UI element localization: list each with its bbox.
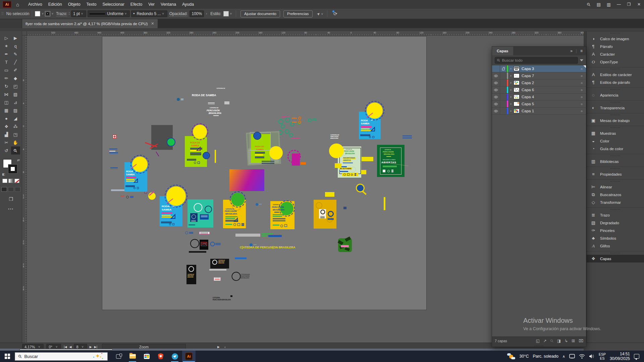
collapse-panel-icon[interactable]: » [570, 49, 573, 53]
stroke-weight-field[interactable]: 1 pt˅ [71, 10, 86, 17]
dock-item-swatches[interactable]: ▦Muestras [587, 129, 644, 137]
preferences-button[interactable]: Preferencias [283, 10, 313, 17]
tool-mesh-tool[interactable]: ▦ [2, 106, 11, 114]
first-artboard-icon[interactable]: |◀ [64, 345, 67, 349]
dock-item-character-styles[interactable]: AEstilos de carácter [587, 71, 644, 78]
layer-row-capa-1[interactable]: ›Capa 1○ [492, 108, 586, 115]
export-icon[interactable]: ↗ [543, 339, 547, 343]
start-button[interactable] [0, 351, 15, 362]
lock-toggle[interactable] [500, 65, 507, 72]
dock-item-gradient[interactable]: ▧Degradado [587, 219, 644, 227]
next-artboard-icon[interactable]: ▶ [90, 345, 92, 349]
visibility-toggle[interactable] [492, 79, 500, 86]
visibility-toggle[interactable] [492, 72, 500, 79]
app-logo[interactable]: Ai [3, 1, 11, 8]
tool-scale-tool[interactable]: ◰ [11, 82, 20, 90]
arrange-documents-icon[interactable]: ▤ [594, 2, 604, 7]
tool-pen-tool[interactable]: ✒ [2, 50, 11, 58]
expand-chevron-icon[interactable]: › [508, 95, 514, 99]
horizontal-scrollbar-thumb[interactable] [19, 349, 113, 350]
target-circle-icon[interactable]: ○ [577, 102, 586, 106]
dock-item-color-guide[interactable]: ◔Guía de color [587, 145, 644, 153]
dock-item-appearance[interactable]: ◌Apariencia [587, 91, 644, 99]
clipping-mask-icon[interactable]: ◨ [557, 339, 561, 343]
expand-chevron-icon[interactable]: › [508, 67, 514, 70]
delete-layer-icon[interactable]: ⌧ [579, 339, 583, 343]
panel-resize-grip[interactable]: ▪▪▪▪▪▪▪ [492, 345, 586, 347]
fit-document-button[interactable]: Ajustar documento [240, 10, 280, 17]
dock-group-grip[interactable]: ▪▪▪▪▪▪▪▪ [587, 208, 644, 211]
status-collapse-icon[interactable]: ‹ [224, 345, 226, 349]
dock-item-align[interactable]: ⊨Alinear [587, 183, 644, 191]
minimize-button[interactable]: — [614, 0, 624, 9]
target-circle-icon[interactable]: ○ [577, 95, 586, 99]
new-layer-icon[interactable]: ⊞ [572, 339, 575, 343]
taskbar-app-illustrator[interactable]: Ai [182, 351, 196, 362]
expand-chevron-icon[interactable]: › [508, 81, 514, 84]
menu-archivo[interactable]: Archivo [25, 0, 45, 9]
layer-name[interactable]: Capa 5 [522, 102, 577, 106]
layer-thumbnail[interactable] [514, 80, 520, 85]
tool-shape-builder-tool[interactable]: ◫ [2, 98, 11, 106]
layer-row-capa-4[interactable]: ›Capa 4○ [492, 94, 586, 101]
layer-name[interactable]: Capa 2 [522, 81, 577, 85]
dock-item-image-trace[interactable]: ◑Calco de imagen [587, 35, 644, 43]
layer-thumbnail[interactable] [514, 73, 520, 78]
stroke-label[interactable]: Trazo: [56, 11, 67, 16]
tablet-mode-icon[interactable] [569, 354, 575, 359]
layer-name[interactable]: Capa 6 [522, 88, 577, 92]
tool-rotate-tool[interactable]: ↻ [2, 82, 11, 90]
filter-icon[interactable] [580, 59, 583, 61]
layer-thumbnail[interactable] [514, 109, 520, 113]
dock-group-grip[interactable]: ▪▪▪▪▪▪▪▪ [587, 32, 644, 35]
layer-row-capa-7[interactable]: ›Capa 7○ [492, 72, 586, 79]
tool-gradient-tool[interactable]: ▨ [11, 106, 20, 114]
tool-zoom-tool[interactable]: ⚲ [11, 146, 20, 155]
tab-close-icon[interactable]: ✕ [151, 21, 154, 26]
tool-pencil-tool[interactable]: ✏ [2, 74, 11, 82]
dock-group-grip[interactable]: ▪▪▪▪▪▪▪▪ [587, 167, 644, 170]
visibility-toggle[interactable] [492, 101, 500, 107]
gradient-button[interactable] [8, 179, 13, 183]
stroke-stepper[interactable]: ˄˅ [68, 12, 70, 15]
home-icon[interactable]: ⌂ [16, 2, 19, 7]
tool-magic-wand-tool[interactable]: ✶ [2, 42, 11, 50]
draw-normal-mode[interactable] [1, 187, 7, 192]
dock-item-transform[interactable]: ◇Transformar [587, 198, 644, 206]
selection-options-icon[interactable]: ➤˅ [317, 11, 324, 16]
collect-for-export-icon[interactable]: ◱ [536, 339, 540, 343]
brush-definition[interactable]: •Redondo 5 ...˅ [131, 10, 167, 17]
target-circle-icon[interactable]: ○ [577, 81, 586, 85]
dock-group-grip[interactable]: ▪▪▪▪▪▪▪▪ [587, 180, 644, 183]
wifi-icon[interactable] [579, 354, 585, 359]
dock-item-libraries[interactable]: ▥Bibliotecas [587, 158, 644, 165]
lock-toggle[interactable] [500, 86, 507, 93]
taskbar-app-telegram[interactable] [168, 351, 181, 362]
lock-toggle[interactable] [500, 72, 507, 79]
dock-item-stroke[interactable]: ≣Trazo [587, 211, 644, 219]
target-circle-icon[interactable]: ○ [577, 109, 586, 113]
visibility-toggle[interactable] [492, 86, 500, 93]
dock-item-properties[interactable]: ≡Propiedades [587, 170, 644, 178]
taskbar-app-task-view[interactable] [112, 351, 125, 362]
document-tab[interactable]: flyer roda de samba version 2.ai* @ 4,17… [22, 19, 158, 28]
new-sublayer-icon[interactable]: ↳ [565, 339, 568, 343]
dock-item-paragraph[interactable]: ¶Párrafo [587, 43, 644, 50]
dock-group-grip[interactable]: ▪▪▪▪▪▪▪▪ [587, 67, 644, 71]
last-artboard-icon[interactable]: ▶| [94, 345, 97, 349]
expand-chevron-icon[interactable]: › [508, 109, 514, 113]
layer-name[interactable]: Capa 4 [522, 95, 577, 99]
menu-ayuda[interactable]: Ayuda [179, 0, 197, 9]
tool-perspective-grid-tool[interactable]: ⊿ [11, 98, 20, 106]
tool-lasso-tool[interactable]: ɋ [11, 42, 20, 50]
dock-item-color[interactable]: ◒Color [587, 137, 644, 145]
dock-group-grip[interactable]: ▪▪▪▪▪▪▪▪ [587, 251, 644, 255]
menu-ventana[interactable]: Ventana [158, 0, 179, 9]
prev-artboard-icon[interactable]: ◀ [69, 345, 72, 349]
variable-width-profile[interactable]: Uniforme˅ [88, 10, 130, 17]
layers-search-input[interactable]: ⚲ Buscar todo [495, 57, 578, 64]
lock-toggle[interactable] [500, 108, 507, 114]
tool-rotate-view-tool[interactable]: ↺ [2, 146, 11, 155]
layer-thumbnail[interactable] [514, 95, 520, 99]
layer-name[interactable]: Capa 3 [522, 67, 577, 71]
